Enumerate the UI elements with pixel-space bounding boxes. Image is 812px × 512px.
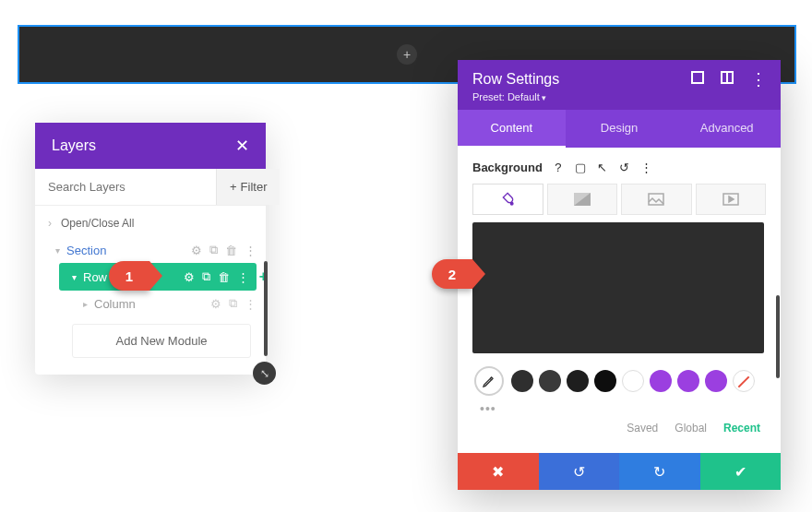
color-preview[interactable] <box>472 222 764 353</box>
swatch-purple-2[interactable] <box>677 370 699 392</box>
more-icon[interactable]: ⋮ <box>640 161 653 174</box>
swatch-dark-3[interactable] <box>567 370 589 392</box>
settings-scrollbar[interactable] <box>776 295 780 378</box>
tablet-icon[interactable]: ▢ <box>574 161 587 174</box>
swatch-white[interactable] <box>622 370 644 392</box>
layer-item-column[interactable]: ▸ Column ⚙ ⧉ ⋮ <box>74 291 260 316</box>
trash-icon[interactable]: 🗑 <box>225 244 237 257</box>
cancel-button[interactable]: ✖ <box>458 453 539 490</box>
plus-icon: + <box>230 180 237 194</box>
layers-title: Layers <box>52 137 96 154</box>
redo-button[interactable]: ↻ <box>619 453 700 490</box>
swatch-dark-1[interactable] <box>511 370 533 392</box>
tab-content[interactable]: Content <box>458 110 566 148</box>
caret-down-icon[interactable]: ▾ <box>50 245 65 256</box>
settings-action-bar: ✖ ↺ ↻ ✔ <box>458 453 781 490</box>
reset-icon[interactable]: ↺ <box>618 161 631 174</box>
more-icon[interactable]: ⋮ <box>237 270 249 284</box>
layers-search-row: + Filter <box>35 169 266 206</box>
help-icon[interactable]: ? <box>552 161 565 174</box>
duplicate-icon[interactable]: ⧉ <box>229 296 237 311</box>
bg-type-image[interactable] <box>621 184 692 215</box>
callout-marker-1: 1 <box>109 261 149 291</box>
callout-marker-2: 2 <box>432 259 472 289</box>
trash-icon[interactable]: 🗑 <box>218 270 230 284</box>
gear-icon[interactable]: ⚙ <box>184 270 195 284</box>
layers-panel: Layers ✕ + Filter Open/Close All ▾ Secti… <box>35 123 266 375</box>
swatch-tab-global[interactable]: Global <box>675 422 707 435</box>
duplicate-icon[interactable]: ⧉ <box>209 243 218 257</box>
swatch-tab-saved[interactable]: Saved <box>627 422 658 435</box>
close-icon[interactable]: ✕ <box>235 136 249 156</box>
settings-header[interactable]: Row Settings ⋮ Preset: Default <box>458 60 781 110</box>
settings-tabs: Content Design Advanced <box>458 110 781 148</box>
caret-right-icon[interactable]: ▸ <box>78 299 92 309</box>
svg-point-0 <box>511 202 514 205</box>
tab-design[interactable]: Design <box>566 110 674 148</box>
more-icon[interactable]: ⋮ <box>245 244 257 257</box>
gear-icon[interactable]: ⚙ <box>210 297 221 311</box>
swatch-purple-1[interactable] <box>650 370 672 392</box>
caret-down-icon[interactable]: ▾ <box>66 272 81 282</box>
swatch-purple-3[interactable] <box>705 370 727 392</box>
expand-icon[interactable] <box>691 71 704 88</box>
add-section-button[interactable]: + <box>397 44 417 65</box>
swatch-none[interactable] <box>733 370 755 392</box>
open-close-all[interactable]: Open/Close All <box>41 213 260 237</box>
swatch-tab-recent[interactable]: Recent <box>723 422 760 435</box>
swatch-black[interactable] <box>594 370 616 392</box>
layers-header[interactable]: Layers ✕ <box>35 123 266 169</box>
bg-type-color[interactable] <box>472 184 543 215</box>
filter-button[interactable]: + Filter <box>216 169 280 205</box>
section-label: Section <box>65 244 191 257</box>
row-settings-panel: Row Settings ⋮ Preset: Default Content D… <box>458 60 781 490</box>
resize-handle[interactable]: ⤡ <box>253 362 276 385</box>
layers-scrollbar[interactable] <box>264 261 268 356</box>
hover-icon[interactable]: ↖ <box>596 161 609 174</box>
settings-title: Row Settings <box>472 71 691 88</box>
background-label: Background <box>472 161 543 174</box>
search-layers-input[interactable] <box>35 169 216 205</box>
more-swatches[interactable]: ••• <box>472 396 766 418</box>
column-label: Column <box>92 297 210 311</box>
tab-advanced[interactable]: Advanced <box>673 110 781 148</box>
bg-type-gradient[interactable] <box>547 184 618 215</box>
filter-label: Filter <box>241 180 268 194</box>
more-icon[interactable]: ⋮ <box>245 297 257 311</box>
save-button[interactable]: ✔ <box>700 453 782 490</box>
preset-dropdown[interactable]: Preset: Default <box>472 91 766 102</box>
eyedropper-button[interactable] <box>474 366 504 396</box>
columns-icon[interactable] <box>721 71 734 88</box>
swatch-dark-2[interactable] <box>539 370 561 392</box>
layer-item-section[interactable]: ▾ Section ⚙ ⧉ 🗑 ⋮ <box>41 237 260 263</box>
add-module-button[interactable]: Add New Module <box>72 324 251 358</box>
duplicate-icon[interactable]: ⧉ <box>202 269 210 284</box>
undo-button[interactable]: ↺ <box>539 453 620 490</box>
bg-type-video[interactable] <box>696 184 767 215</box>
gear-icon[interactable]: ⚙ <box>191 244 202 257</box>
color-swatches <box>472 366 766 396</box>
more-icon[interactable]: ⋮ <box>750 76 766 84</box>
